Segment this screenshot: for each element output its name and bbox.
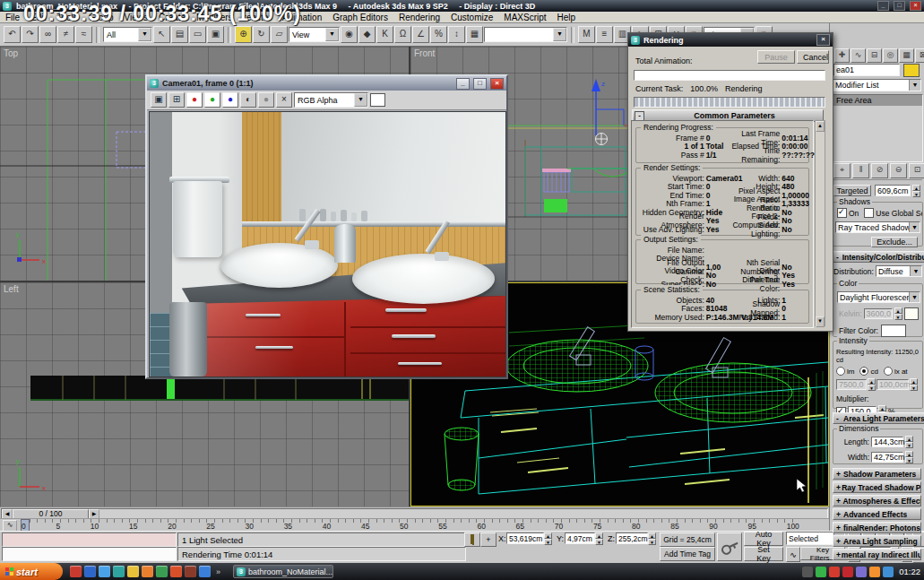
quick-launch-icon-3[interactable] (99, 566, 110, 577)
filter-color-swatch[interactable] (881, 325, 906, 337)
tray-icon-2[interactable] (829, 567, 840, 577)
shadow-type-dropdown[interactable]: Ray Traced Shadows▼ (835, 221, 920, 233)
scroll-up-icon[interactable]: ▲ (816, 121, 825, 132)
alpha-channel-icon[interactable]: ◐ (240, 92, 256, 108)
snap-toggle-icon[interactable]: Ω (394, 26, 411, 43)
create-tab-icon[interactable]: ✚ (834, 48, 850, 63)
exclude-button[interactable]: Exclude... (871, 237, 918, 247)
lm-radio[interactable] (836, 367, 845, 376)
lx-spinner[interactable] (910, 378, 918, 391)
pause-button[interactable]: Pause (757, 50, 795, 64)
quick-launch-icon-6[interactable] (142, 566, 153, 577)
collapse-icon[interactable]: - (635, 111, 644, 121)
quick-launch-icon-1[interactable] (70, 566, 82, 577)
bind-to-spacewarp-icon[interactable]: ≈ (75, 26, 92, 43)
quick-launch-overflow[interactable]: » (216, 567, 220, 576)
targeted-button[interactable]: Targeted (833, 185, 871, 196)
collapsed-rollout[interactable]: Area Light Sampling (833, 535, 921, 547)
display-tab-icon[interactable]: ▦ (899, 48, 914, 63)
taskbar-item-3dsmax[interactable]: 3 bathroom_NoMaterial... (233, 565, 333, 578)
viewport-top-label[interactable]: Top (4, 48, 18, 58)
menu-item[interactable]: MAXScript (498, 13, 551, 22)
z-coordinate-field[interactable]: 255,2cm (616, 532, 648, 544)
width-spinner[interactable] (905, 451, 913, 463)
hierarchy-tab-icon[interactable]: ⊟ (867, 48, 882, 63)
named-selection-sets-dropdown[interactable]: ▼ (484, 27, 567, 42)
scroll-down-icon[interactable]: ▼ (816, 316, 825, 327)
length-field[interactable]: 144,3cm (871, 437, 903, 447)
utilities-tab-icon[interactable]: ⊠ (915, 48, 924, 63)
minimize-icon[interactable]: _ (456, 78, 470, 90)
mirror-icon[interactable]: M (578, 26, 595, 43)
kelvin-field[interactable]: 3600,0 (864, 308, 893, 319)
x-coordinate-field[interactable]: 53,619cm (506, 532, 544, 544)
chevron-down-icon[interactable]: ▼ (909, 222, 920, 232)
quick-launch-icon-7[interactable] (156, 566, 168, 577)
y-coordinate-field[interactable]: 4,97cm (565, 532, 595, 544)
color-preset-dropdown[interactable]: Daylight Fluorescent▼ (837, 291, 920, 303)
object-name-field[interactable]: ea01 (833, 64, 900, 76)
absolute-offset-toggle-icon[interactable]: + (480, 532, 497, 547)
align-icon[interactable]: ≡ (596, 26, 613, 43)
close-icon[interactable]: × (910, 1, 921, 11)
motion-tab-icon[interactable]: ◎ (883, 48, 898, 63)
collapsed-rollout[interactable]: Ray Traced Shadow Params (833, 481, 921, 493)
shadows-on-checkbox[interactable] (837, 208, 847, 218)
tray-icon-1[interactable] (816, 567, 826, 577)
unlink-selection-icon[interactable]: ≠ (57, 26, 74, 43)
maxscript-listener-white[interactable] (2, 547, 177, 561)
quick-launch-icon-8[interactable] (170, 566, 182, 577)
cancel-button[interactable]: Cancel (797, 50, 829, 64)
collapsed-rollout[interactable]: finalRender: Photons (833, 522, 921, 533)
cd-radio[interactable] (859, 367, 868, 376)
kelvin-spinner[interactable] (894, 307, 902, 320)
select-and-manipulate-icon[interactable]: ◆ (358, 26, 376, 43)
menu-item[interactable]: File (0, 13, 25, 22)
select-and-link-icon[interactable]: ∞ (39, 26, 56, 43)
channel-display-dropdown[interactable]: RGB Alpha ▼ (294, 92, 368, 108)
lm-value-field[interactable]: 7500,0 (836, 379, 867, 390)
lx-radio[interactable] (884, 367, 893, 376)
selection-filter-dropdown[interactable]: All▼ (103, 27, 152, 42)
target-distance-field[interactable]: 609,6cm (875, 185, 911, 196)
rectangular-selection-icon[interactable]: ▭ (189, 26, 206, 43)
edit-named-selections-icon[interactable]: ▦ (466, 26, 483, 43)
use-pivot-center-icon[interactable]: ◉ (341, 26, 358, 43)
dialog-scrollbar[interactable]: ▲ ▼ (815, 120, 825, 326)
collapsed-rollout[interactable]: Atmospheres & Effects (833, 495, 921, 506)
show-end-result-icon[interactable]: ‖ (852, 163, 869, 178)
maximize-icon[interactable]: □ (473, 78, 487, 90)
quick-launch-icon-4[interactable] (113, 566, 125, 577)
length-spinner[interactable] (905, 436, 913, 448)
minimize-icon[interactable]: _ (877, 1, 889, 11)
chevron-down-icon[interactable]: ▼ (325, 28, 339, 41)
z-spinner[interactable] (648, 532, 656, 545)
modifier-stack[interactable]: Free Area (833, 94, 923, 162)
angle-snap-icon[interactable]: ∠ (412, 26, 429, 43)
keyboard-override-icon[interactable]: K (376, 26, 393, 43)
quick-launch-icon-10[interactable] (199, 566, 211, 577)
tray-icon-3[interactable] (842, 567, 853, 577)
modifier-list-dropdown[interactable]: Modifier List▼ (833, 79, 921, 91)
green-channel-icon[interactable]: ● (204, 92, 220, 108)
lm-spinner[interactable] (868, 378, 876, 391)
select-and-move-icon[interactable]: ⊕ (235, 26, 252, 43)
remove-modifier-icon[interactable]: ⊖ (890, 163, 907, 178)
add-time-tag[interactable]: Add Time Tag (660, 547, 715, 561)
render-window-titlebar[interactable]: 3 Camera01, frame 0 (1:1) _ □ × (147, 76, 506, 91)
default-tangent-icon[interactable]: ∿ (786, 547, 800, 562)
select-and-scale-icon[interactable]: ▱ (271, 26, 288, 43)
pin-stack-icon[interactable]: ⌖ (833, 163, 851, 178)
chevron-down-icon[interactable]: ▼ (909, 292, 920, 302)
quick-launch-icon-9[interactable] (185, 566, 196, 577)
tray-icon-6[interactable] (883, 567, 894, 577)
menu-item[interactable]: Rendering (393, 13, 445, 22)
select-and-rotate-icon[interactable]: ↻ (253, 26, 270, 43)
chevron-down-icon[interactable]: ▼ (138, 28, 151, 41)
viewport-left-label[interactable]: Left (4, 284, 19, 294)
percent-snap-icon[interactable]: % (430, 26, 447, 43)
chevron-down-icon[interactable]: ▼ (910, 266, 921, 276)
spinner-snap-icon[interactable]: ↕ (448, 26, 465, 43)
kelvin-color-swatch[interactable] (904, 307, 919, 320)
lx-value-field[interactable]: 100,0cm (877, 379, 909, 390)
